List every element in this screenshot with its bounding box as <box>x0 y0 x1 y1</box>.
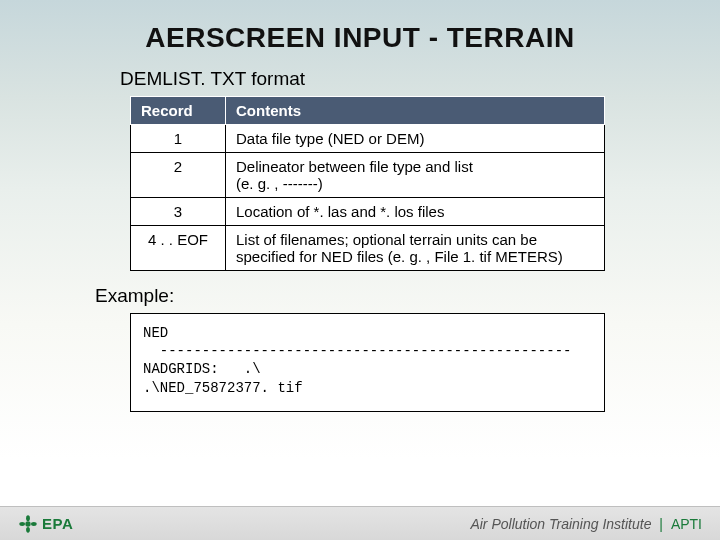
footer-bar: EPA Air Pollution Training Institute | A… <box>0 506 720 540</box>
table-row: 3 Location of *. las and *. los files <box>131 198 605 226</box>
example-label: Example: <box>95 285 720 307</box>
format-subtitle: DEMLIST. TXT format <box>120 68 720 90</box>
cell-contents: Delineator between file type and list (e… <box>226 153 605 198</box>
cell-contents: List of filenames; optional terrain unit… <box>226 226 605 271</box>
svg-point-2 <box>26 527 30 533</box>
header-record: Record <box>131 97 226 125</box>
table-header-row: Record Contents <box>131 97 605 125</box>
epa-flower-icon <box>18 514 38 534</box>
epa-text: EPA <box>42 515 73 532</box>
svg-point-4 <box>31 522 37 526</box>
format-table: Record Contents 1 Data file type (NED or… <box>130 96 605 271</box>
slide: AERSCREEN INPUT - TERRAIN DEMLIST. TXT f… <box>0 0 720 540</box>
apti-label: Air Pollution Training Institute | APTI <box>470 516 702 532</box>
slide-title: AERSCREEN INPUT - TERRAIN <box>0 0 720 54</box>
apti-full: Air Pollution Training Institute <box>470 516 651 532</box>
cell-record: 1 <box>131 125 226 153</box>
cell-record: 2 <box>131 153 226 198</box>
svg-point-3 <box>19 522 25 526</box>
svg-point-0 <box>25 521 30 526</box>
apti-acronym: APTI <box>671 516 702 532</box>
table-row: 2 Delineator between file type and list … <box>131 153 605 198</box>
cell-record: 4 . . EOF <box>131 226 226 271</box>
cell-contents: Data file type (NED or DEM) <box>226 125 605 153</box>
cell-record: 3 <box>131 198 226 226</box>
epa-logo: EPA <box>18 514 73 534</box>
cell-contents: Location of *. las and *. los files <box>226 198 605 226</box>
apti-separator: | <box>655 516 667 532</box>
header-contents: Contents <box>226 97 605 125</box>
svg-point-1 <box>26 515 30 521</box>
table-row: 1 Data file type (NED or DEM) <box>131 125 605 153</box>
example-code: NED ------------------------------------… <box>130 313 605 412</box>
table-row: 4 . . EOF List of filenames; optional te… <box>131 226 605 271</box>
